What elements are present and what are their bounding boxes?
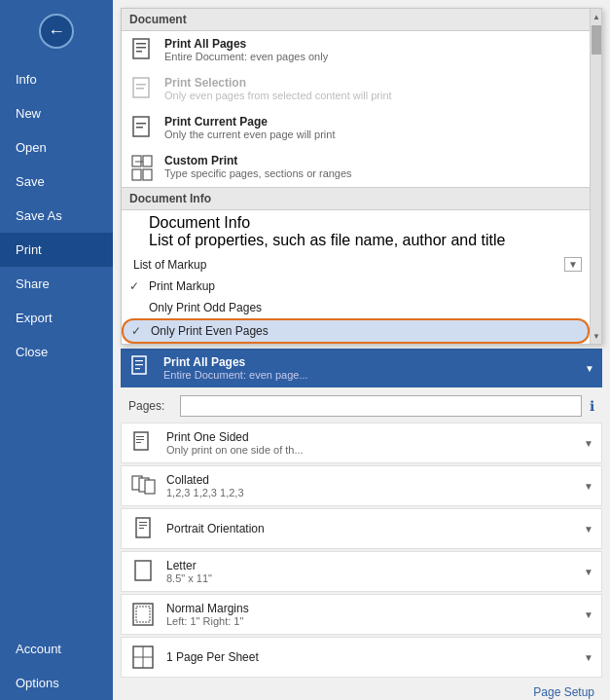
pages-input[interactable]	[180, 395, 582, 417]
svg-rect-22	[136, 442, 141, 443]
selected-print-row[interactable]: Print All Pages Entire Document: even pa…	[121, 349, 602, 387]
dropdown-scroll-container: Document Print	[122, 9, 601, 344]
pages-per-sheet-arrow: ▼	[584, 652, 593, 663]
svg-rect-13	[143, 169, 152, 180]
svg-rect-8	[136, 123, 146, 125]
svg-rect-5	[136, 84, 146, 86]
selected-dropdown-arrow[interactable]: ▼	[585, 363, 594, 374]
doc-info-title: Document Info	[149, 214, 505, 232]
svg-rect-17	[135, 364, 143, 365]
margins-icon	[129, 600, 159, 629]
print-odd-label: Only Print Odd Pages	[149, 301, 262, 314]
paper-size-sub: 8.5" x 11"	[166, 572, 576, 584]
orientation-title: Portrait Orientation	[166, 522, 576, 535]
sidebar: ← Info New Open Save Save As Print Share…	[0, 0, 113, 700]
custom-print-sub: Type specific pages, sections or ranges	[164, 167, 582, 179]
selected-sub: Entire Document: even page...	[163, 369, 577, 381]
svg-rect-2	[136, 47, 146, 49]
dropdown-item-list-markup[interactable]: List of Markup ▼	[122, 253, 590, 276]
paper-size-title: Letter	[166, 559, 576, 572]
scroll-thumb[interactable]	[592, 25, 601, 55]
sidebar-item-close[interactable]: Close	[0, 335, 113, 369]
sidebar-item-new[interactable]: New	[0, 96, 113, 130]
pages-label: Pages:	[128, 399, 172, 413]
print-sided-arrow: ▼	[584, 438, 593, 449]
sidebar-item-label: Save	[16, 174, 45, 189]
print-even-label: Only Print Even Pages	[151, 324, 269, 338]
pages-per-sheet-icon	[129, 643, 159, 672]
svg-rect-21	[136, 439, 144, 440]
pages-info-icon[interactable]: ℹ	[590, 398, 594, 414]
pages-row: Pages: ℹ	[121, 391, 602, 421]
sidebar-item-label: Account	[16, 642, 61, 656]
sidebar-item-export[interactable]: Export	[0, 301, 113, 335]
doc-info-sub: List of properties, such as file name, a…	[149, 232, 505, 249]
svg-rect-32	[136, 607, 150, 622]
sidebar-item-info[interactable]: Info	[0, 62, 113, 96]
dropdown-item-print-odd[interactable]: Only Print Odd Pages	[122, 297, 590, 318]
sidebar-item-print[interactable]: Print	[0, 233, 113, 267]
sidebar-item-label: Info	[16, 72, 37, 87]
svg-rect-18	[135, 368, 140, 369]
dropdown-item-print-markup[interactable]: ✓ Print Markup	[122, 276, 590, 297]
svg-rect-30	[135, 561, 151, 580]
collated-icon	[129, 471, 159, 500]
print-panel: Document Print	[113, 0, 610, 700]
sidebar-item-label: Print	[16, 242, 42, 257]
orientation-arrow: ▼	[584, 524, 593, 534]
sidebar-item-account[interactable]: Account	[0, 632, 113, 666]
pages-per-sheet-title: 1 Page Per Sheet	[166, 650, 576, 664]
margins-title: Normal Margins	[166, 602, 576, 615]
option-pages-per-sheet[interactable]: 1 Page Per Sheet ▼	[121, 637, 602, 678]
option-print-sided[interactable]: Print One Sided Only print on one side o…	[121, 423, 602, 463]
dropdown-section-doc-info: Document Info	[122, 187, 590, 210]
svg-rect-12	[132, 169, 141, 180]
sidebar-item-save[interactable]: Save	[0, 165, 113, 199]
dropdown-section-document: Document	[122, 9, 590, 31]
page-setup-row: Page Setup	[113, 682, 610, 700]
option-collated[interactable]: Collated 1,2,3 1,2,3 1,2,3 ▼	[121, 465, 602, 506]
dropdown-item-custom-print[interactable]: Custom Print Type specific pages, sectio…	[122, 148, 590, 187]
print-markup-label: Print Markup	[149, 279, 215, 293]
sidebar-item-open[interactable]: Open	[0, 130, 113, 165]
collated-arrow: ▼	[584, 481, 593, 492]
sidebar-item-label: New	[16, 106, 41, 121]
svg-rect-20	[136, 436, 144, 437]
dropdown-scrollbar[interactable]: ▲ ▼	[590, 9, 601, 344]
back-circle-icon[interactable]: ←	[39, 14, 74, 49]
sidebar-item-label: Close	[16, 345, 48, 359]
print-all-icon	[129, 37, 157, 64]
print-current-icon	[129, 115, 157, 142]
sidebar-item-options[interactable]: Options	[0, 666, 113, 700]
print-current-title: Print Current Page	[164, 115, 582, 129]
svg-rect-0	[133, 39, 149, 58]
selected-title: Print All Pages	[163, 355, 577, 369]
dropdown-list: Document Print	[122, 9, 590, 344]
sidebar-item-share[interactable]: Share	[0, 267, 113, 301]
back-button[interactable]: ←	[0, 0, 113, 62]
sidebar-item-save-as[interactable]: Save As	[0, 199, 113, 233]
dropdown-item-print-current[interactable]: Print Current Page Only the current even…	[122, 109, 590, 148]
option-orientation[interactable]: Portrait Orientation ▼	[121, 508, 602, 549]
print-selection-sub: Only even pages from selected content wi…	[164, 90, 582, 101]
paper-size-arrow: ▼	[584, 567, 593, 577]
option-paper-size[interactable]: Letter 8.5" x 11" ▼	[121, 551, 602, 592]
collated-sub: 1,2,3 1,2,3 1,2,3	[166, 487, 576, 498]
dropdown-area: Document Print	[121, 8, 602, 345]
list-markup-arrow[interactable]: ▼	[564, 257, 582, 272]
dropdown-item-print-even[interactable]: ✓ Only Print Even Pages	[122, 318, 590, 344]
option-margins[interactable]: Normal Margins Left: 1" Right: 1" ▼	[121, 594, 602, 635]
page-setup-link[interactable]: Page Setup	[533, 685, 594, 699]
sidebar-item-label: Save As	[16, 208, 62, 223]
svg-rect-19	[134, 432, 148, 450]
collated-title: Collated	[166, 473, 576, 487]
list-markup-label: List of Markup	[133, 258, 560, 272]
dropdown-item-print-all[interactable]: Print All Pages Entire Document: even pa…	[122, 31, 590, 70]
svg-rect-11	[143, 156, 152, 166]
margins-arrow: ▼	[584, 609, 593, 620]
print-selection-icon	[129, 76, 157, 103]
back-arrow-icon: ←	[48, 21, 65, 42]
dropdown-item-doc-info[interactable]: Document Info List of properties, such a…	[122, 210, 590, 253]
custom-print-title: Custom Print	[164, 154, 582, 167]
main-content: Document Print	[113, 0, 610, 700]
